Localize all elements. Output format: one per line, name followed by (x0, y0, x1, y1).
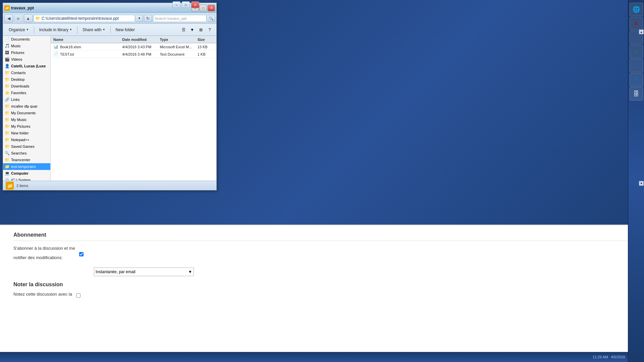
sidebar-item-links[interactable]: 🔗 Links (3, 96, 50, 103)
file-date-book18: 4/4/2016 3:43 PM (121, 45, 158, 49)
forward-button[interactable]: ▶ (14, 14, 23, 22)
taskbar-btn-network[interactable]: 🗄 (630, 87, 643, 101)
sidebar-item-documents[interactable]: 📄 Documents (3, 36, 50, 43)
sidebar-item-newfolder[interactable]: 📁 New folder (3, 130, 50, 136)
col-header-size[interactable]: Size (196, 38, 215, 42)
file-row-test[interactable]: 📄 TEST.txt 4/4/2016 3:48 PM Text Documen… (51, 51, 216, 58)
file-name-book18: 📊 Book18.xlsm (52, 44, 121, 50)
folder-title-icon: 📁 (4, 5, 10, 11)
sidebar-item-savedgames[interactable]: 📁 Saved Games (3, 143, 50, 150)
status-text: 2 items (16, 184, 28, 188)
sidebar: 📄 Documents 🎵 Music 🖼 Pictures 🎬 Videos … (3, 36, 51, 181)
sidebar-item-mcafee[interactable]: 📁 mcafee dlp quar (3, 103, 50, 110)
sidebar-item-videos[interactable]: 🎬 Videos (3, 56, 50, 63)
include-library-button[interactable]: Include in library ▼ (36, 25, 75, 35)
address-bar: 📁 C:\Users\lcatelli\test-temporaire\trav… (34, 15, 135, 22)
search-button[interactable]: 🔍 (208, 15, 215, 22)
file-date-test: 4/4/2016 3:48 PM (121, 52, 158, 56)
savedgames-icon: 📁 (4, 144, 10, 149)
computer-icon: 💻 (4, 171, 10, 176)
mydocuments-icon: 📁 (4, 110, 10, 116)
sidebar-item-csystem[interactable]: 💿 (C:) System (3, 177, 50, 181)
taskbar-btn-lync[interactable]: L (630, 59, 643, 72)
new-folder-button[interactable]: New folder (113, 25, 138, 35)
searches-icon: 🔍 (4, 150, 10, 156)
address-dropdown[interactable]: ▼ (136, 15, 143, 22)
file-size-book18: 13 KB (196, 45, 215, 49)
rating-heading: Noter la discussion (13, 282, 631, 288)
sidebar-item-testtemporaire[interactable]: 📁 test-temporaire (3, 163, 50, 170)
sidebar-item-mymusic[interactable]: 📁 My Music (3, 116, 50, 123)
help-button[interactable]: ? (206, 26, 214, 34)
preview-button[interactable]: ⊞ (197, 26, 205, 34)
sidebar-item-user[interactable]: 👤 Catelli, Lucas (Luxe (3, 63, 50, 69)
taskbar-btn-acrobat[interactable]: A (630, 17, 643, 30)
sidebar-item-contacts[interactable]: 📁 Contacts (3, 69, 50, 76)
scroll-down-arrow[interactable]: ▼ (639, 181, 644, 186)
title-bar-left: 📁 travaux_ppt (4, 5, 34, 11)
subscription-select[interactable]: Instantanée, par email ▼ (94, 267, 194, 276)
toolbar-separator-2 (77, 26, 77, 34)
search-box: Search travaux_ppt (153, 15, 207, 22)
documents-icon: 📄 (4, 37, 10, 42)
list-view-button[interactable]: ☰ (179, 26, 187, 34)
taskbar-btn-excel[interactable]: X (630, 45, 643, 58)
taskbar-bottom: 11:29 AM 4/5/2016 (0, 352, 628, 362)
downloads-icon: 📁 (4, 83, 10, 89)
sidebar-item-teamcenter[interactable]: 📁 Teamcenter (3, 157, 50, 163)
sidebar-item-computer[interactable]: 💻 Computer (3, 170, 50, 177)
top-close[interactable]: ✕ (191, 1, 199, 8)
subscription-option: Instantanée, par email (96, 269, 136, 274)
close-button[interactable]: ✕ (208, 5, 215, 11)
refresh-button[interactable]: ↻ (144, 15, 152, 22)
scroll-up-arrow[interactable]: ▲ (639, 29, 644, 34)
sidebar-item-searches[interactable]: 🔍 Searches (3, 150, 50, 157)
clock-time: 11:29 AM (593, 355, 608, 359)
sidebar-item-favorites[interactable]: ⭐ Favorites (3, 89, 50, 96)
sidebar-label-mcafee: mcafee dlp quar (11, 104, 38, 108)
teamcenter-icon: 📁 (4, 157, 10, 163)
search-placeholder[interactable]: Search travaux_ppt (155, 16, 205, 20)
sidebar-item-desktop[interactable]: 📁 Desktop (3, 76, 50, 83)
sidebar-item-downloads[interactable]: 📁 Downloads (3, 83, 50, 89)
taskbar-btn-ie[interactable]: 🌐 (630, 3, 643, 16)
subscription-label-line2: notifier des modifications: (13, 254, 75, 261)
sidebar-item-music[interactable]: 🎵 Music (3, 43, 50, 49)
mypictures-icon: 📁 (4, 124, 10, 129)
file-name-test: 📄 TEST.txt (52, 52, 121, 57)
user-icon: 👤 (4, 63, 10, 69)
sidebar-label-links: Links (11, 98, 20, 102)
address-text[interactable]: C:\Users\lcatelli\test-temporaire\travau… (42, 16, 133, 21)
sidebar-label-favorites: Favorites (11, 91, 26, 95)
sidebar-item-pictures[interactable]: 🖼 Pictures (3, 49, 50, 56)
maximize-button[interactable]: □ (200, 5, 207, 11)
forum-section: Abonnement S'abonner à la discussion et … (0, 225, 644, 362)
taskbar-btn-outlook[interactable]: O (630, 73, 643, 86)
details-view-dropdown[interactable]: ▼ (188, 26, 196, 34)
sidebar-item-notepadpp[interactable]: 📁 Notepad++ (3, 136, 50, 143)
filename-test: TEST.txt (60, 52, 74, 56)
sidebar-label-searches: Searches (11, 151, 26, 155)
col-header-date[interactable]: Date modified (121, 38, 158, 42)
toolbar-separator-1 (34, 26, 34, 34)
toolbar: Organize ▼ Include in library ▼ Share wi… (3, 24, 216, 36)
top-restore[interactable]: □ (182, 1, 190, 8)
col-header-name[interactable]: Name (52, 38, 121, 42)
col-header-type[interactable]: Type (158, 38, 196, 42)
top-minimize[interactable]: – (172, 1, 180, 8)
subscription-checkbox[interactable] (79, 252, 84, 256)
subscription-row: S'abonner à la discussion et me notifier… (13, 245, 631, 263)
sidebar-item-mypictures[interactable]: 📁 My Pictures (3, 123, 50, 130)
sidebar-label-desktop: Desktop (11, 77, 24, 81)
sidebar-item-mydocuments[interactable]: 📁 My Documents (3, 110, 50, 116)
organize-button[interactable]: Organize ▼ (6, 25, 32, 35)
back-button[interactable]: ◀ (4, 14, 13, 22)
sidebar-label-mymusic: My Music (11, 118, 26, 122)
rating-checkbox[interactable] (76, 293, 80, 298)
notepadpp-icon: 📁 (4, 137, 10, 142)
share-button[interactable]: Share with ▼ (79, 25, 108, 35)
csystem-icon: 💿 (4, 177, 10, 181)
sidebar-label-teamcenter: Teamcenter (11, 158, 30, 162)
up-button[interactable]: ▲ (24, 14, 33, 22)
file-row-book18[interactable]: 📊 Book18.xlsm 4/4/2016 3:43 PM Microsoft… (51, 43, 216, 51)
